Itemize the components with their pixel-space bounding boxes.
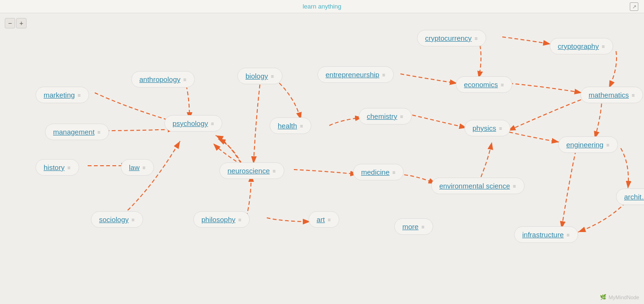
node-menu-psychology[interactable]: ≡ (211, 121, 214, 126)
app-title: learn anything (303, 3, 342, 10)
mind-map-canvas: marketing≡management≡history≡law≡sociolo… (0, 13, 644, 304)
node-label-management[interactable]: management (53, 128, 95, 136)
zoom-in-button[interactable]: + (16, 18, 27, 28)
node-label-entrepreneurship[interactable]: entrepreneurship (326, 71, 379, 79)
node-marketing[interactable]: marketing≡ (36, 87, 89, 103)
node-more[interactable]: more≡ (394, 218, 433, 235)
zoom-controls: − + (5, 18, 27, 28)
node-label-health[interactable]: health (278, 122, 297, 130)
node-label-history[interactable]: history (44, 163, 64, 171)
node-menu-mathematics[interactable]: ≡ (632, 92, 635, 98)
zoom-out-button[interactable]: − (5, 18, 15, 28)
share-button[interactable] (630, 2, 638, 11)
node-psychology[interactable]: psychology≡ (164, 115, 222, 132)
node-biology[interactable]: biology≡ (237, 68, 282, 84)
node-menu-law[interactable]: ≡ (143, 165, 146, 170)
node-menu-more[interactable]: ≡ (421, 224, 425, 230)
node-label-infrastructure[interactable]: infrastructure (522, 231, 564, 239)
node-label-sociology[interactable]: sociology (99, 215, 129, 224)
node-label-neuroscience[interactable]: neuroscience (227, 167, 270, 175)
node-cryptocurrency[interactable]: cryptocurrency≡ (417, 30, 486, 46)
node-sociology[interactable]: sociology≡ (91, 211, 143, 228)
node-menu-entrepreneurship[interactable]: ≡ (382, 72, 385, 78)
node-menu-philosophy[interactable]: ≡ (238, 217, 242, 223)
node-menu-economics[interactable]: ≡ (501, 82, 504, 88)
node-law[interactable]: law≡ (121, 159, 154, 176)
node-label-economics[interactable]: economics (464, 80, 498, 89)
node-mathematics[interactable]: mathematics≡ (581, 87, 643, 103)
node-menu-neuroscience[interactable]: ≡ (272, 168, 276, 174)
node-menu-physics[interactable]: ≡ (499, 125, 502, 131)
node-label-architecture[interactable]: archit… (624, 193, 644, 201)
node-engineering[interactable]: engineering≡ (558, 136, 618, 153)
node-chemistry[interactable]: chemistry≡ (359, 108, 412, 125)
header: learn anything (0, 0, 644, 13)
node-physics[interactable]: physics≡ (464, 120, 510, 136)
node-label-anthropology[interactable]: anthropology (139, 75, 181, 83)
node-menu-chemistry[interactable]: ≡ (400, 114, 403, 119)
node-menu-sociology[interactable]: ≡ (132, 217, 135, 223)
arrows-layer (0, 13, 644, 304)
node-menu-biology[interactable]: ≡ (271, 73, 274, 79)
node-label-art[interactable]: art (317, 215, 325, 224)
node-label-mathematics[interactable]: mathematics (589, 91, 629, 99)
node-menu-medicine[interactable]: ≡ (392, 170, 396, 175)
node-menu-engineering[interactable]: ≡ (606, 142, 609, 148)
node-label-medicine[interactable]: medicine (361, 168, 390, 176)
node-label-environmental_science[interactable]: environmental science (439, 182, 510, 190)
node-history[interactable]: history≡ (36, 159, 79, 176)
node-menu-cryptocurrency[interactable]: ≡ (474, 36, 478, 41)
node-economics[interactable]: economics≡ (456, 76, 512, 93)
node-menu-health[interactable]: ≡ (300, 123, 303, 129)
node-health[interactable]: health≡ (270, 117, 311, 134)
node-menu-cryptography[interactable]: ≡ (602, 44, 605, 49)
node-label-philosophy[interactable]: philosophy (201, 215, 236, 224)
node-infrastructure[interactable]: infrastructure≡ (514, 226, 578, 243)
node-anthropology[interactable]: anthropology≡ (131, 71, 195, 88)
node-label-engineering[interactable]: engineering (566, 141, 603, 149)
node-menu-infrastructure[interactable]: ≡ (567, 232, 570, 238)
node-label-physics[interactable]: physics (472, 124, 496, 132)
node-entrepreneurship[interactable]: entrepreneurship≡ (317, 66, 394, 83)
node-label-biology[interactable]: biology (245, 72, 268, 80)
node-medicine[interactable]: medicine≡ (353, 164, 404, 180)
node-menu-management[interactable]: ≡ (98, 129, 101, 135)
node-neuroscience[interactable]: neuroscience≡ (219, 162, 284, 179)
node-menu-art[interactable]: ≡ (328, 217, 331, 223)
node-label-marketing[interactable]: marketing (44, 91, 75, 99)
node-cryptography[interactable]: cryptography≡ (550, 38, 613, 54)
node-label-chemistry[interactable]: chemistry (367, 112, 397, 120)
watermark-icon: 🌿 (600, 294, 607, 300)
node-label-psychology[interactable]: psychology (172, 119, 208, 127)
node-label-more[interactable]: more (402, 223, 418, 231)
watermark: 🌿 MyMindNode (600, 294, 639, 300)
node-menu-environmental_science[interactable]: ≡ (513, 183, 516, 189)
node-label-cryptography[interactable]: cryptography (558, 42, 599, 50)
node-environmental_science[interactable]: environmental science≡ (431, 178, 525, 194)
node-management[interactable]: management≡ (45, 124, 109, 140)
node-menu-marketing[interactable]: ≡ (78, 92, 81, 98)
node-philosophy[interactable]: philosophy≡ (193, 211, 250, 228)
node-menu-history[interactable]: ≡ (67, 165, 71, 170)
node-architecture[interactable]: archit…≡ (616, 188, 644, 205)
node-menu-anthropology[interactable]: ≡ (183, 77, 187, 82)
node-label-law[interactable]: law (129, 163, 140, 171)
watermark-text: MyMindNode (608, 295, 639, 300)
node-label-cryptocurrency[interactable]: cryptocurrency (425, 34, 472, 42)
node-art[interactable]: art≡ (308, 211, 339, 228)
